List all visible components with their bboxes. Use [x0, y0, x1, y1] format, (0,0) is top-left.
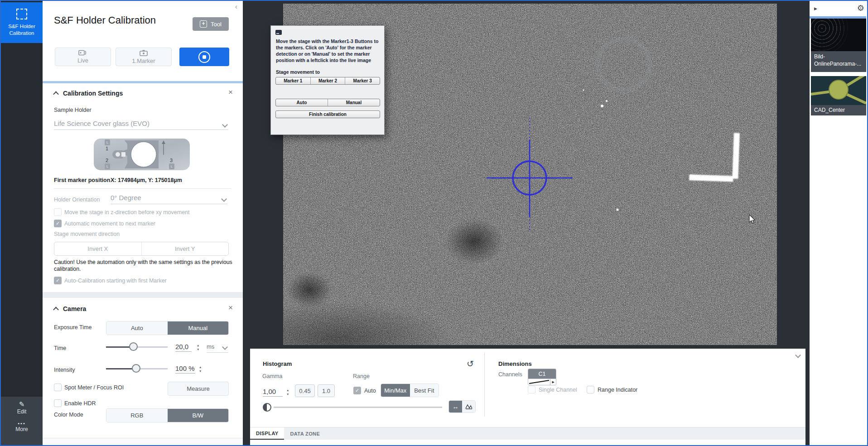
histogram-curve-icon: [465, 404, 473, 409]
range-indicator-checkbox[interactable]: ✓: [587, 386, 594, 393]
manual-button[interactable]: Manual: [328, 99, 380, 106]
move-z-label: Move the stage in z-direction before xy …: [64, 209, 190, 216]
channel-c1-label: C1: [528, 369, 556, 379]
single-channel-label: Single Channel: [539, 387, 577, 393]
histogram-slider-track[interactable]: [274, 407, 442, 408]
bw-button[interactable]: B/W: [168, 409, 229, 422]
holder-orientation-label: Holder Orientation: [54, 197, 100, 203]
exposure-auto-button[interactable]: Auto: [106, 321, 168, 335]
gamma-value-field[interactable]: 1,00: [263, 388, 283, 397]
tool-panel: ‹ S&F Holder Calibration + Tool Live: [43, 1, 243, 445]
close-section-icon[interactable]: ×: [228, 303, 233, 312]
more-button[interactable]: More: [15, 426, 28, 432]
gamma-spinner[interactable]: ▲▼: [286, 389, 289, 396]
minmax-button[interactable]: Min/Max: [381, 384, 410, 397]
tool-button[interactable]: + Tool: [193, 17, 229, 31]
mouse-cursor: [749, 215, 755, 224]
first-marker-snap-button[interactable]: 1.Marker: [116, 48, 172, 66]
calibration-settings-header[interactable]: Calibration Settings: [54, 90, 123, 97]
time-slider-knob[interactable]: [129, 342, 138, 351]
gamma-preset-10-button[interactable]: 1.0: [318, 384, 335, 397]
auto-button[interactable]: Auto: [276, 99, 328, 106]
marker-2-button[interactable]: Marker 2: [310, 77, 345, 84]
channels-label: Channels: [498, 371, 522, 378]
stop-button[interactable]: [179, 48, 229, 66]
first-marker-position-label: First marker position: [54, 177, 110, 183]
histogram-view-buttons: ↔: [448, 400, 476, 413]
stop-icon: [198, 51, 210, 63]
close-section-icon[interactable]: ×: [228, 88, 233, 97]
channel-c1-control[interactable]: C1 ▶: [528, 369, 556, 385]
chevron-down-icon: [222, 344, 228, 350]
gear-icon[interactable]: ⚙: [857, 3, 864, 13]
auto-calibration-checkbox[interactable]: ✓: [54, 277, 62, 284]
measure-button[interactable]: Measure: [168, 382, 229, 396]
intensity-value-field[interactable]: 100 %: [175, 364, 195, 374]
time-unit-dropdown[interactable]: ms: [207, 343, 228, 353]
range-auto-checkbox[interactable]: ✓: [353, 387, 361, 394]
camera-header[interactable]: Camera: [54, 305, 86, 312]
finish-calibration-button[interactable]: Finish calibration: [275, 110, 380, 118]
sample-holder-dropdown[interactable]: Life Science Cover glass (EVO): [54, 120, 228, 130]
exposure-time-label: Exposure Time: [54, 324, 92, 331]
reset-icon[interactable]: ↺: [467, 359, 474, 369]
exposure-manual-button[interactable]: Manual: [168, 321, 229, 335]
rgb-button[interactable]: RGB: [106, 409, 168, 422]
bestfit-button[interactable]: Best Fit: [410, 384, 439, 397]
auto-move-label: Automatic movement to next marker: [64, 221, 155, 227]
move-z-checkbox[interactable]: ✓: [54, 208, 62, 216]
gamma-label: Gamma: [262, 373, 282, 379]
enable-hdr-checkbox[interactable]: ✓: [54, 399, 62, 407]
dimensions-title: Dimensions: [498, 360, 532, 367]
thumbnail-cad-image[interactable]: [811, 76, 866, 105]
invert-y-button[interactable]: Invert Y: [141, 242, 229, 255]
channel-expand-icon[interactable]: ▶: [550, 379, 556, 385]
display-panel: Histogram ↺ Gamma 1,00 ▲▼ 0.45 1.0 Range…: [250, 349, 805, 446]
auto-manual-button-group: Auto Manual: [275, 99, 380, 106]
svg-text:L: L: [106, 165, 108, 168]
marker-button-group: Marker 1 Marker 2 Marker 3: [275, 77, 380, 85]
collapse-panel-icon[interactable]: [795, 352, 801, 358]
time-spinner[interactable]: ▲▼: [197, 344, 199, 351]
thumbnail-panorama-image[interactable]: [811, 19, 866, 51]
histogram-title: Histogram: [263, 360, 292, 367]
plus-icon: +: [200, 20, 207, 28]
edit-button[interactable]: Edit: [17, 408, 27, 415]
expand-gallery-icon[interactable]: ▶: [814, 6, 817, 11]
intensity-slider[interactable]: [106, 364, 168, 373]
intensity-slider-knob[interactable]: [132, 364, 140, 373]
tab-data-zone[interactable]: DATA ZONE: [284, 427, 326, 440]
nav-sidebar: S&F Holder Calibration ✎ Edit ••• More: [1, 1, 43, 445]
first-marker-position-value: X: 174984µm, Y: 175018µm: [111, 177, 182, 183]
app-window: S&F Holder Calibration ✎ Edit ••• More ‹…: [0, 0, 868, 446]
nav-bottom-section: ✎ Edit ••• More: [1, 397, 43, 445]
auto-move-checkbox[interactable]: ✓: [54, 220, 62, 227]
bottom-tabbar: DISPLAY DATA ZONE: [250, 427, 805, 440]
fit-width-button[interactable]: ↔: [449, 401, 462, 412]
tab-display[interactable]: DISPLAY: [250, 427, 284, 440]
holder-orientation-dropdown[interactable]: 0° Degree: [111, 194, 227, 204]
spot-meter-checkbox[interactable]: ✓: [54, 384, 62, 391]
color-mode-toggle: RGB B/W: [106, 408, 229, 422]
marker-3-button[interactable]: Marker 3: [345, 77, 380, 84]
live-button[interactable]: Live: [55, 48, 111, 66]
single-channel-checkbox[interactable]: ✓: [528, 386, 535, 393]
invert-x-button[interactable]: Invert X: [54, 242, 141, 255]
marker-1-button[interactable]: Marker 1: [276, 77, 310, 84]
collapse-panel-icon[interactable]: ‹: [235, 3, 237, 11]
histogram-curve-button[interactable]: [462, 401, 475, 412]
stage-movement-label: Stage movement to: [276, 69, 320, 75]
svg-text:L: L: [106, 141, 108, 144]
intensity-spinner[interactable]: ▲▼: [199, 366, 202, 373]
nav-tab-holder-calibration[interactable]: S&F Holder Calibration: [1, 2, 43, 43]
gamma-preset-045-button[interactable]: 0.45: [295, 384, 315, 397]
crosshair: [487, 118, 573, 230]
time-slider[interactable]: [106, 342, 168, 351]
time-value-field[interactable]: 20,0: [175, 343, 192, 352]
faint-ring-feature: [598, 38, 650, 90]
dialog-window-icon: [275, 30, 282, 35]
sample-holder-label: Sample Holder: [54, 107, 92, 113]
collapse-section-icon: [53, 307, 59, 312]
video-camera-icon: [78, 50, 87, 56]
histogram-slider-handle[interactable]: [263, 403, 271, 412]
